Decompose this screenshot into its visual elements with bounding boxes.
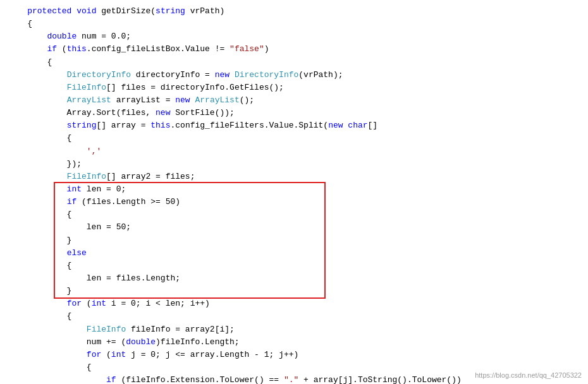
code-line-13: }); xyxy=(8,158,580,171)
code-line-14: FileInfo[] array2 = files; xyxy=(8,171,580,183)
code-line-27: num += (double)fileInfo.Length; xyxy=(8,336,580,349)
code-line-10: string[] array = this.config_fileFilters… xyxy=(8,119,580,132)
code-line-21: { xyxy=(8,260,580,272)
code-line-28: for (int j = 0; j <= array.Length - 1; j… xyxy=(8,349,580,361)
code-line-15: int len = 0; xyxy=(8,183,580,196)
watermark: https://blog.csdn.net/qq_42705322 xyxy=(475,371,582,379)
code-line-18: len = 50; xyxy=(8,221,580,234)
code-line-6: DirectoryInfo directoryInfo = new Direct… xyxy=(8,69,580,81)
code-line-26: FileInfo fileInfo = array2[i]; xyxy=(8,323,580,336)
code-container: protected void getDirSize(string vrPath)… xyxy=(0,0,588,384)
code-line-9: Array.Sort(files, new SortFile()); xyxy=(8,107,580,119)
code-line-25: { xyxy=(8,310,580,323)
code-line-11: { xyxy=(8,132,580,145)
code-line-7: FileInfo[] files = directoryInfo.GetFile… xyxy=(8,81,580,94)
code-line-8: ArrayList arrayList = new ArrayList(); xyxy=(8,94,580,107)
code-line-16: if (files.Length >= 50) xyxy=(8,196,580,208)
code-line-12: ',' xyxy=(8,145,580,158)
code-line-19: } xyxy=(8,234,580,247)
code-line-4: if (this.config_fileListBox.Value != "fa… xyxy=(8,43,580,56)
code-line-17: { xyxy=(8,208,580,221)
code-line-5: { xyxy=(8,56,580,69)
code-line-2: { xyxy=(8,18,580,30)
code-line-24: for (int i = 0; i < len; i++) xyxy=(8,297,580,310)
code-line-1: protected void getDirSize(string vrPath) xyxy=(8,5,580,18)
code-line-3: double num = 0.0; xyxy=(8,30,580,43)
code-line-22: len = files.Length; xyxy=(8,272,580,285)
code-line-23: } xyxy=(8,285,580,297)
code-line-20: else xyxy=(8,247,580,260)
